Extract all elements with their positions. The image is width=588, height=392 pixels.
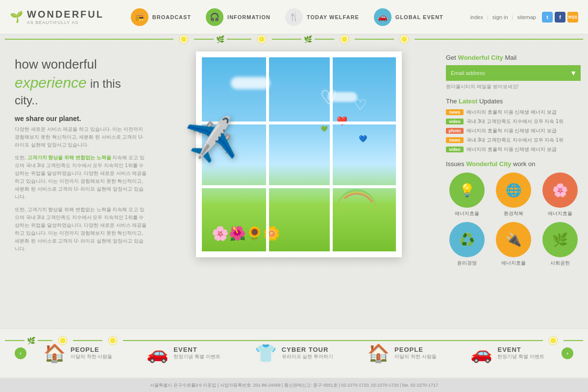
update-tag: video (446, 147, 464, 152)
bottom-item-text: PEOPLE 이달의 착한 사람들 (71, 346, 113, 360)
nav-event[interactable]: 🚗 GLOBAL EVENT (374, 8, 443, 26)
left-column: how wonderful experience in this city.. … (0, 47, 157, 318)
vine-container-top: 🌿 🌿 (0, 35, 588, 43)
facebook-button[interactable]: f (555, 12, 565, 23)
update-item[interactable]: photo 에너지의 효율적 이용 신재생 에너지 보급 (446, 127, 581, 134)
bottom-item-sub: 이달의 착한 사람들 (394, 353, 437, 360)
issue-icon: 🔌 (496, 222, 531, 257)
hero-line1: how wonderful (15, 57, 97, 72)
update-text: 에너지의 효율적 이용 신재생 에너지 보급 (466, 146, 581, 153)
email-arrow-icon: ▼ (570, 69, 577, 77)
bottom-item-sub: 이달의 착한 사람들 (71, 353, 113, 360)
window-frame: ♡ ♡ ❤️ 💙 💚 🌸🌺🌻🌼 ✈️ (196, 51, 402, 257)
mail-sub-text: 원더풀시티의 메일을 받아보세요! (446, 83, 581, 90)
flower-6 (110, 338, 116, 343)
update-tag: photo (446, 128, 464, 134)
updates-header: The Latest Updates (446, 98, 581, 105)
nav-broadcast-label: BROADCAST (152, 14, 191, 20)
main-content: how wonderful experience in this city.. … (0, 47, 588, 318)
social-icons: t f RSS (542, 12, 578, 23)
link-sitemap[interactable]: sitemap (517, 14, 536, 20)
issue-icon: 🌸 (542, 172, 578, 208)
flower-4 (401, 36, 407, 42)
rainbow (337, 193, 376, 213)
flower-1 (181, 36, 187, 42)
footer: 서울특별시 은구수로를3-5 이웃집 | 사업자등록번호: 201-86-244… (0, 378, 588, 392)
rss-button[interactable]: RSS (567, 12, 578, 23)
update-text: 국내 3대 고객만족도 지수에서 모두 지속 1위 (466, 118, 581, 125)
updates-list: news 에너지의 효율적 이용 신재생 에너지 보급 video 국내 3대 … (446, 109, 581, 153)
issue-icon: 🌐 (496, 172, 531, 208)
email-input[interactable] (446, 65, 581, 81)
issue-label: 사회공헌 (550, 260, 570, 267)
update-text: 국내 3대 고객만족도 지수에서 모두 지속 1위 (466, 137, 581, 144)
email-input-wrap[interactable]: ▼ (446, 65, 581, 81)
hero-heading: how wonderful experience in this city.. (15, 56, 147, 109)
issue-circle[interactable]: 🔌 에너지효율 (492, 222, 534, 267)
issue-icon: ♻️ (449, 222, 485, 257)
section-text-2: 또한, 고객가치 향상을 위해 변합없는 노력을 지속해 오고 있으며 국내 3… (15, 154, 147, 201)
leaf-3: 🌿 (27, 337, 35, 344)
update-item[interactable]: news 에너지의 효율적 이용 신재생 에너지 보급 (446, 109, 581, 116)
logo-icon: 🌱 (10, 11, 23, 24)
bottom-item-sub: 유라이프 실현 투어하기 (282, 353, 334, 360)
issue-circle[interactable]: 🌿 사회공헌 (539, 222, 581, 267)
update-tag: news (446, 137, 464, 143)
nav-broadcast[interactable]: 📻 BROADCAST (131, 8, 191, 26)
update-tag: news (446, 109, 464, 115)
mail-section: Get Wonderful City Mail ▼ 원더풀시티의 메일을 받아보… (446, 54, 581, 90)
issue-label: 환경착복 (504, 210, 523, 217)
update-tag: video (446, 119, 464, 124)
heart-smoke: ♡ (320, 86, 338, 109)
welfare-icon: 🍴 (285, 8, 303, 26)
section-text-1: 다양한 새로운 서비스 제공을 하고 있습니다. 이는 이전까지 경험해보지 못… (15, 125, 147, 149)
leaf-2: 🌿 (304, 35, 312, 43)
issue-label: 에너지효율 (501, 260, 526, 267)
logo-text: WONDERFUL AS BEAUTIFULLY AS (27, 9, 104, 25)
right-column: Get Wonderful City Mail ▼ 원더풀시티의 메일을 받아보… (441, 47, 588, 318)
event-icon: 🚗 (374, 8, 392, 26)
bottom-item-sub: 헌정기념 특별 이벤트 (173, 353, 220, 360)
center-column: ♡ ♡ ❤️ 💙 💚 🌸🌺🌻🌼 ✈️ (157, 47, 441, 318)
issue-label: 윤리경영 (457, 260, 477, 267)
update-text: 에너지의 효율적 이용 신재생 에너지 보급 (466, 109, 581, 116)
nav-welfare-label: TODAY WELFARE (307, 14, 359, 20)
bottom-item-sub: 헌정기념 특별 이벤트 (497, 353, 544, 360)
next-arrow[interactable]: › (562, 347, 573, 359)
issues-header: Issues Wonderful City work on (446, 160, 581, 168)
vine-container-bottom: 🌿 (0, 337, 588, 344)
logo-area: 🌱 WONDERFUL AS BEAUTIFULLY AS (10, 9, 104, 25)
issue-circle[interactable]: ♻️ 윤리경영 (446, 222, 488, 267)
bottom-item-text: PEOPLE 이달의 착한 사람들 (394, 346, 437, 360)
header-links: index | sign in | sitemap (470, 14, 536, 20)
update-item[interactable]: video 에너지의 효율적 이용 신재생 에너지 보급 (446, 146, 581, 153)
issue-circle[interactable]: 💡 에너지효율 (446, 172, 488, 217)
link-index[interactable]: index (470, 14, 483, 20)
issue-circle[interactable]: 🌐 환경착복 (492, 172, 534, 217)
nav-information[interactable]: 🎧 INFORMATION (206, 8, 270, 26)
section-text-3: 또한, 고객가치 향상을 위해 변합없는 노력을 지속해 오고 있으며 국내 3… (15, 206, 147, 253)
mail-header: Get Wonderful City Mail (446, 54, 581, 61)
nav-information-label: INFORMATION (227, 14, 270, 20)
header: 🌱 WONDERFUL AS BEAUTIFULLY AS 📻 BROADCAS… (0, 0, 588, 34)
leaf-1: 🌿 (216, 35, 224, 43)
header-right: index | sign in | sitemap t f RSS (470, 12, 578, 23)
hero-line3: in this (90, 77, 121, 90)
update-item[interactable]: news 국내 3대 고객만족도 지수에서 모두 지속 1위 (446, 137, 581, 144)
bottom-item-text: EVENT 헌정기념 특별 이벤트 (173, 346, 220, 360)
prev-arrow[interactable]: ‹ (15, 347, 26, 359)
update-item[interactable]: video 국내 3대 고객만족도 지수에서 모두 지속 1위 (446, 118, 581, 125)
link-signin[interactable]: sign in (492, 14, 508, 20)
issue-icon: 💡 (449, 172, 485, 208)
nav-items: 📻 BROADCAST 🎧 INFORMATION 🍴 TODAY WELFAR… (104, 8, 470, 26)
flower-5 (60, 338, 66, 343)
update-text: 에너지의 효율적 이용 신재생 에너지 보급 (466, 127, 581, 134)
hero-line4: city.. (15, 94, 38, 107)
information-icon: 🎧 (206, 8, 223, 26)
nav-welfare[interactable]: 🍴 TODAY WELFARE (285, 8, 359, 26)
issue-circle[interactable]: 🌸 에너지효율 (539, 172, 581, 217)
twitter-button[interactable]: t (542, 12, 553, 23)
updates-section: The Latest Updates news 에너지의 효율적 이용 신재생 … (446, 98, 581, 153)
logo-main: WONDERFUL (27, 9, 104, 20)
flower-2 (259, 36, 265, 42)
